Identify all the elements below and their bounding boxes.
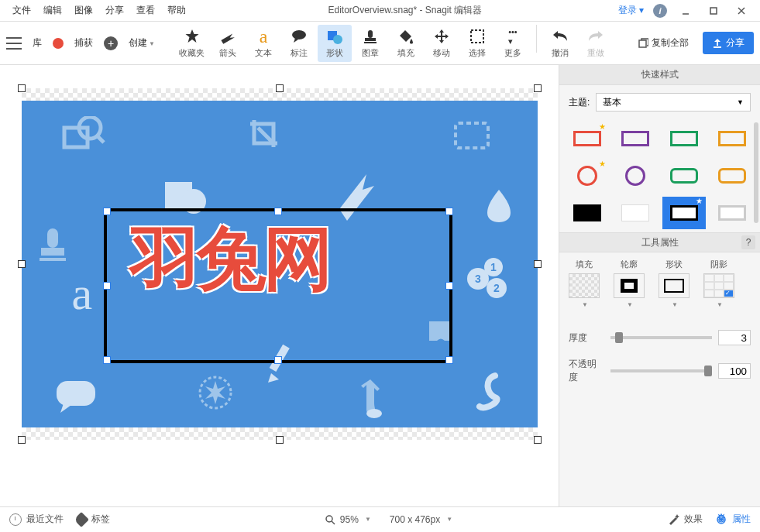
resize-handle[interactable] [274, 356, 282, 364]
tool-fill[interactable]: 填充 [389, 25, 423, 62]
canvas-handle[interactable] [534, 84, 542, 92]
svg-rect-21 [40, 258, 66, 261]
canvas-handle[interactable] [276, 84, 284, 92]
svg-rect-7 [368, 30, 373, 38]
style-swatch[interactable]: ★ [566, 122, 609, 155]
tags-button[interactable]: 标签 [76, 513, 110, 526]
zoom-control[interactable]: 95%▼ [325, 514, 371, 525]
help-icon[interactable]: ? [741, 235, 755, 249]
main-toolbar: 库 捕获 + 创建▼ 收藏夹 箭头 a文本 标注 形状 图章 填充 移动 选择 … [0, 22, 760, 65]
menu-share[interactable]: 分享 [99, 1, 130, 20]
style-swatch[interactable] [710, 197, 754, 229]
style-swatch[interactable]: ★ [566, 160, 609, 192]
minimize-button[interactable] [676, 3, 695, 19]
capture-button[interactable]: 捕获 [70, 33, 98, 53]
menu-file[interactable]: 文件 [6, 1, 37, 20]
recent-files-button[interactable]: 最近文件 [9, 513, 64, 526]
canvas[interactable]: a 132 [22, 88, 538, 440]
tool-stamp[interactable]: 图章 [353, 25, 387, 62]
login-link[interactable]: 登录 ▾ [618, 4, 644, 17]
prop-fill[interactable]: 填充 ▼ [569, 259, 600, 308]
resize-handle[interactable] [103, 356, 111, 364]
svg-point-32 [366, 409, 382, 418]
tag-icon [74, 512, 89, 527]
effects-button[interactable]: 效果 [667, 513, 703, 526]
share-button[interactable]: 分享 [703, 32, 754, 54]
thickness-slider[interactable]: 厚度 [559, 324, 760, 352]
canvas-handle[interactable] [534, 436, 542, 444]
menu-image[interactable]: 图像 [68, 1, 99, 20]
record-icon [53, 38, 64, 49]
prop-outline[interactable]: 轮廓 ▼ [614, 259, 645, 308]
titlebar: 文件 编辑 图像 分享 查看 帮助 EditorOverview.snag* -… [0, 0, 760, 22]
properties-button[interactable]: 属性 [715, 513, 751, 526]
style-swatch[interactable] [614, 197, 657, 229]
create-button[interactable]: 创建▼ [124, 33, 160, 53]
undo-button[interactable]: 撤消 [543, 25, 577, 62]
canvas-handle[interactable] [276, 436, 284, 444]
resize-handle[interactable] [445, 208, 453, 215]
prop-shadow[interactable]: 阴影 ▼ [703, 259, 734, 308]
canvas-handle[interactable] [18, 260, 26, 268]
library-button[interactable]: 库 [28, 33, 46, 53]
hamburger-icon[interactable] [6, 37, 22, 50]
resize-handle[interactable] [103, 208, 111, 215]
svg-rect-19 [47, 228, 58, 248]
style-swatch[interactable] [614, 122, 657, 155]
styles-grid: ★ ★ ★ [559, 119, 760, 232]
thickness-input[interactable] [718, 330, 751, 345]
tool-shape[interactable]: 形状 [318, 25, 352, 62]
menu-bar: 文件 编辑 图像 分享 查看 帮助 [0, 1, 192, 20]
svg-rect-16 [456, 123, 488, 148]
style-swatch[interactable] [662, 160, 706, 192]
close-button[interactable] [732, 3, 751, 19]
dimensions-display[interactable]: 700 x 476px▼ [390, 514, 452, 525]
resize-handle[interactable] [445, 282, 453, 290]
scrollbar[interactable] [754, 122, 758, 223]
info-icon[interactable]: i [653, 4, 667, 18]
prop-shape[interactable]: 形状 ▼ [659, 259, 690, 308]
window-controls: 登录 ▾ i [618, 3, 760, 19]
svg-rect-30 [57, 381, 95, 406]
tool-arrow[interactable]: 箭头 [211, 25, 245, 62]
tool-move[interactable]: 移动 [425, 25, 459, 62]
tool-callout[interactable]: 标注 [282, 25, 316, 62]
svg-line-15 [96, 135, 104, 142]
opacity-slider[interactable]: 不透明度 [559, 352, 760, 390]
tool-select[interactable]: 选择 [460, 25, 494, 62]
style-swatch[interactable] [614, 160, 657, 192]
resize-handle[interactable] [103, 282, 111, 290]
style-swatch[interactable]: ★ [662, 197, 706, 229]
menu-view[interactable]: 查看 [130, 1, 161, 20]
tool-more[interactable]: •••▾更多 [496, 25, 530, 62]
tool-text[interactable]: a文本 [246, 25, 280, 62]
watermark-text: 羽兔网 [130, 212, 330, 307]
style-swatch[interactable] [710, 122, 754, 155]
resize-handle[interactable] [445, 356, 453, 364]
menu-help[interactable]: 帮助 [161, 1, 192, 20]
svg-rect-8 [365, 38, 376, 41]
canvas-handle[interactable] [534, 260, 542, 268]
canvas-area[interactable]: a 132 [0, 65, 559, 506]
redo-button[interactable]: 重做 [579, 25, 613, 62]
svg-rect-12 [714, 46, 721, 48]
tool-favorites[interactable]: 收藏夹 [175, 25, 209, 62]
style-swatch[interactable] [662, 122, 706, 155]
canvas-handle[interactable] [18, 84, 26, 92]
svg-line-34 [332, 521, 335, 524]
style-swatch[interactable] [566, 197, 609, 229]
maximize-button[interactable] [704, 3, 723, 19]
properties-panel: 快速样式 主题: 基本▼ ★ ★ ★ 工具属性 [559, 65, 760, 506]
svg-point-6 [333, 35, 342, 44]
statusbar: 最近文件 标签 95%▼ 700 x 476px▼ 效果 属性 [0, 506, 760, 531]
menu-edit[interactable]: 编辑 [37, 1, 68, 20]
opacity-input[interactable] [718, 363, 751, 379]
canvas-handle[interactable] [18, 436, 26, 444]
style-swatch[interactable] [710, 160, 754, 192]
copy-all-button[interactable]: 复制全部 [628, 32, 696, 54]
svg-rect-11 [639, 40, 646, 47]
quick-styles-header: 快速样式 [559, 65, 760, 85]
svg-point-36 [720, 518, 723, 521]
plus-icon: + [104, 36, 118, 50]
theme-dropdown[interactable]: 基本▼ [596, 93, 751, 112]
